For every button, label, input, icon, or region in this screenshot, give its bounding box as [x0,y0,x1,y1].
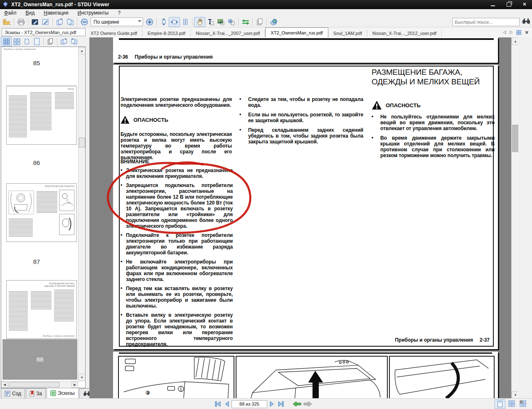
fit-width-button[interactable] [169,17,180,27]
thumbnail-text-lines [55,92,74,109]
rotate-page-right-button[interactable] [59,37,69,46]
section-heading: РАЗМЕЩЕНИЕ БАГАЖА, ОДЕЖДЫ И МЕЛКИХ ВЕЩЕЙ [372,67,495,86]
grid-3x3-icon [3,38,10,45]
scroll-up-icon[interactable]: ▲ [78,47,86,54]
select-image-button[interactable] [216,17,226,27]
history-forward-button[interactable] [303,401,312,407]
page-arrows-horizontal-icon [171,19,178,25]
sidebar-tab-bar: Сод За Эскизы [1,388,94,398]
thumbnail-text-lines [30,92,52,131]
thumbnail-image-page-87[interactable]: ЭЛЕКТРИЧЕСКИЕ РОЗЕТКИ [6,183,77,242]
zoom-mode-select[interactable]: По ширине [91,17,143,26]
last-page-button[interactable] [277,401,285,407]
scroll-left-icon[interactable]: ◀ [1,382,8,388]
document-tab-2[interactable]: Nissan_X-Trai..._2007_user.pdf [191,29,265,37]
scroll-down-icon[interactable]: ▼ [78,374,86,381]
menu-tools[interactable]: Инструменты [78,10,109,16]
menu-help[interactable]: ? [118,10,121,16]
document-vertical-scrollbar[interactable]: ▲ ▼ [511,37,518,398]
figure-open-lid [236,356,388,398]
scrollbar-thumb[interactable] [9,382,59,387]
page-rotate-left-icon [70,38,78,45]
first-page-button[interactable] [214,401,222,407]
scrollbar-thumb[interactable] [79,138,85,148]
thumbnail-page-88-selected[interactable]: 88 [2,339,77,380]
select-text-button[interactable] [205,17,216,27]
zoom-region-button[interactable] [226,17,236,27]
print-button[interactable] [16,17,26,27]
tab-scroll-right-icon[interactable] [510,30,513,34]
thumbnail-image-page-88[interactable]: РАЗМЕЩЕНИЕ БАГАЖА, ОДЕЖДЫ И МЕЛКИХ ВЕЩЕЙ… [6,280,77,339]
export-selection-button[interactable] [40,17,51,27]
reading-direction-button[interactable] [240,17,251,27]
fit-height-button[interactable] [158,17,169,27]
thumbnails-panel: Приборы и органы управления 85 ЧАСЫ 86 Э… [1,47,86,388]
thumb-size-xlarge-button[interactable] [32,37,42,46]
warning-triangle-icon [121,116,130,124]
grid-alt-layout-button[interactable] [518,399,528,408]
search-button[interactable] [522,18,530,26]
thumb-size-medium-button[interactable] [12,37,22,46]
scroll-right-icon[interactable]: ▶ [71,382,78,388]
copy-page-button[interactable] [45,37,55,46]
tab-bookmarks[interactable]: За [26,388,46,398]
document-view[interactable]: 2-36 Приборы и органы управления Электри… [89,37,518,398]
status-bar: 88 из 325 [0,398,532,409]
tab-contents[interactable]: Сод [1,388,25,398]
grid-layout-button[interactable] [507,399,517,408]
fit-page-button[interactable] [180,17,190,27]
zoom-in-button[interactable] [144,17,155,27]
thumbnails-horizontal-scrollbar[interactable]: ◀ ▶ [1,381,78,387]
document-tab-1[interactable]: Empire-8-2013.pdf [143,29,191,37]
scroll-down-icon[interactable]: ▼ [512,391,518,398]
bullet-item: Запрещается подключать потребители элект… [121,182,233,229]
menu-view[interactable]: Вид [26,10,35,16]
hand-tool-button[interactable] [194,17,205,27]
menu-navigation[interactable]: Навигация [44,10,68,16]
quick-search-input[interactable] [452,18,520,26]
copy-button[interactable] [254,17,265,27]
grid-2x2-split-icon [520,400,526,407]
thumbnails-vertical-scrollbar[interactable]: ▲ ▼ [78,47,85,380]
thumb-size-large-button[interactable] [22,37,32,46]
next-page-button[interactable] [269,401,275,407]
restore-button[interactable] [503,1,515,8]
page-number-input[interactable]: 88 из 325 [232,400,267,408]
tab-thumbnails[interactable]: Эскизы [47,388,79,398]
scrollbar-thumb[interactable] [512,125,518,152]
attention-title: ВНИМАНИЕ [121,159,149,165]
minimize-button[interactable] [487,1,499,8]
thumbnail-page-87[interactable]: 87 [1,258,72,265]
scroll-up-icon[interactable]: ▲ [512,37,518,45]
check-updates-button[interactable] [268,17,279,27]
single-page-layout-button[interactable] [495,399,505,409]
zoom-out-button[interactable] [79,17,89,27]
document-tab-0[interactable]: XT2 Owners Guide.pdf [86,29,143,37]
close-tab-icon[interactable]: ✕ [525,30,529,35]
menu-file[interactable]: Файл [4,10,17,16]
document-tab-5[interactable]: Nissan_X-Trai..._2012_user.pdf [367,29,442,37]
thumbnail-page-85[interactable]: 85 [1,59,72,67]
thumb-size-small-button[interactable] [1,37,12,47]
thumbnail-image-page-86[interactable]: ЧАСЫ [6,86,77,145]
thumbnails-toolbar [1,37,79,47]
bullet-item: Перед складыванием задних сидений убедит… [239,127,363,145]
thumbnail-page-86[interactable]: 86 [1,159,72,166]
history-back-button[interactable] [293,401,301,407]
previous-page-button[interactable] [224,401,229,407]
main-toolbar: По ширине [0,17,532,27]
open-file-button[interactable] [2,17,12,27]
tab-list-icon[interactable] [516,30,522,35]
stdu-viewer-window: XT2_OwnersMan_rus.pdf - STDU Viewer Файл… [0,0,532,409]
document-tab-3-active[interactable]: XT2_OwnersMan_rus.pdf [265,27,328,37]
rotate-page-left-button[interactable] [69,37,79,46]
tab-scroll-left-icon[interactable] [503,30,506,34]
document-tab-4[interactable]: Soul_1AM.pdf [328,29,367,37]
bullet-item: Подключайте к розетке потребители электр… [121,232,233,256]
rotate-right-button[interactable] [65,17,75,27]
close-button[interactable] [519,1,530,8]
export-page-button[interactable] [30,17,40,27]
rotate-left-button[interactable] [54,17,65,27]
thumbnail-text-lines [54,290,74,322]
window-title: XT2_OwnersMan_rus.pdf - STDU Viewer [11,2,109,7]
